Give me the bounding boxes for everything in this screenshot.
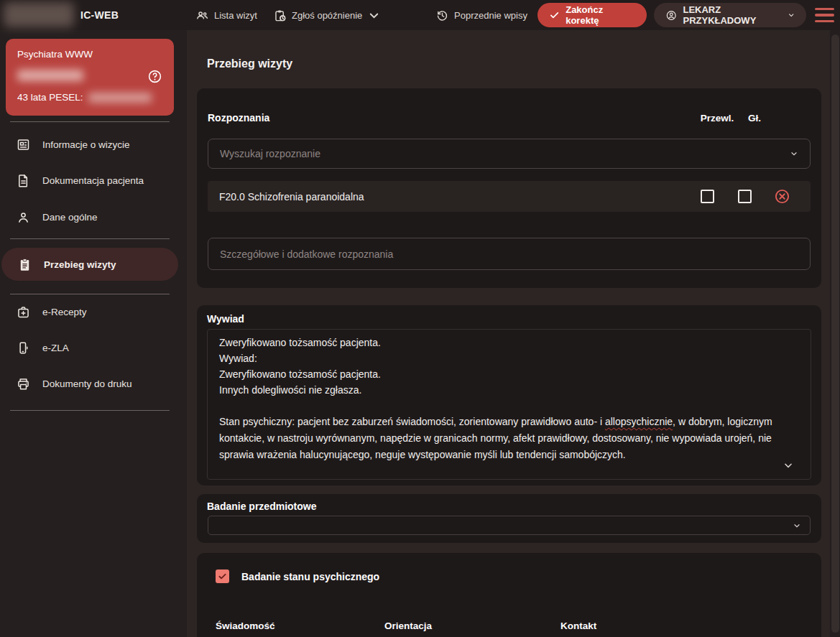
patient-name-redacted (17, 70, 83, 81)
nav-label: Poprzednie wpisy (454, 10, 527, 21)
scrollbar[interactable] (830, 30, 840, 637)
menu-icon[interactable] (815, 8, 834, 22)
nav-poprzednie-wpisy[interactable]: Poprzednie wpisy (435, 0, 527, 30)
interview-line: Zweryfikowano tożsamość pacjenta. (219, 335, 799, 350)
sidebar-item-label: Informacje o wizycie (42, 139, 130, 150)
sidebar-item-e-recepty[interactable]: e-Recepty (0, 294, 180, 330)
sidebar-item-e-zla[interactable]: e-ZLA (0, 330, 180, 366)
patient-card: Psychiatra WWW 43 lata PESEL: (6, 39, 174, 116)
sidebar-item-dokumenty-do-druku[interactable]: Dokumenty do druku (0, 366, 180, 401)
interview-textarea[interactable]: Zweryfikowano tożsamość pacjenta. Wywiad… (207, 329, 811, 480)
main-diagnosis-checkbox[interactable] (738, 190, 752, 203)
chevron-down-icon[interactable] (790, 149, 798, 158)
physical-exam-select[interactable] (208, 516, 811, 535)
diagnosis-search-input[interactable]: Wyszukaj rozpoznanie (208, 139, 811, 169)
additional-diagnoses-placeholder: Szczegółowe i dodatkowe rozpoznania (220, 248, 393, 260)
person-icon (16, 210, 31, 225)
interview-line: Zweryfikowano tożsamość pacjenta. (219, 366, 799, 382)
remove-diagnosis-icon[interactable] (774, 188, 790, 205)
sidebar: Psychiatra WWW 43 lata PESEL: Informacje… (0, 30, 187, 637)
diagnoses-card: Rozpoznania Przewl. Gł. Wyszukaj rozpozn… (197, 88, 821, 288)
physical-exam-card: Badanie przedmiotowe (197, 494, 821, 543)
people-icon (195, 9, 209, 22)
nav-label: Zgłoś opóźnienie (292, 10, 362, 21)
sidebar-item-label: Dane ogólne (42, 212, 98, 223)
nav-zglos-opoznienie[interactable]: Zgłoś opóźnienie (273, 0, 381, 30)
topbar: IC-WEB Lista wizyt Zgłoś opóźnienie Popr… (0, 0, 840, 30)
chronic-checkbox[interactable] (701, 190, 714, 203)
app-window: IC-WEB Lista wizyt Zgłoś opóźnienie Popr… (0, 0, 840, 637)
document-icon (16, 173, 31, 188)
column-header-kontakt: Kontakt (560, 620, 596, 631)
user-menu[interactable]: LEKARZ PRZYKŁADOWY (654, 3, 806, 27)
diagnoses-label: Rozpoznania (208, 112, 269, 124)
diagnosis-row: F20.0 Schizofrenia paranoidalna (208, 181, 811, 212)
mental-exam-toggle[interactable]: Badanie stanu psychicznego (216, 569, 379, 583)
physical-exam-label: Badanie przedmiotowe (207, 501, 316, 512)
column-header-main: Gł. (736, 113, 773, 124)
finish-button-label: Zakończ korektę (566, 4, 635, 26)
newspaper-icon (16, 137, 31, 152)
interview-line: Wywiad: (219, 350, 799, 366)
divider (10, 121, 170, 122)
interview-paragraph: Stan psychiczny: pacjent bez zaburzeń św… (219, 414, 799, 463)
nav-label: Lista wizyt (214, 10, 257, 21)
sidebar-item-informacje-o-wizycie[interactable]: Informacje o wizycie (0, 126, 180, 162)
interview-line: Innych dolegliwości nie zgłasza. (219, 382, 799, 398)
patient-card-title: Psychiatra WWW (17, 49, 162, 60)
expand-chevron-icon[interactable] (783, 460, 793, 470)
patient-pesel-redacted (88, 93, 152, 103)
interview-card: Wywiad Zweryfikowano tożsamość pacjenta.… (197, 305, 821, 485)
phone-icon (16, 340, 31, 355)
sidebar-item-przebieg-wizyty[interactable]: Przebieg wizyty (1, 248, 178, 281)
diagnosis-search-placeholder: Wyszukaj rozpoznanie (220, 148, 320, 159)
check-icon (218, 572, 227, 581)
interview-label: Wywiad (207, 313, 244, 325)
mental-exam-label: Badanie stanu psychicznego (241, 571, 379, 582)
sidebar-item-label: e-Recepty (42, 307, 87, 317)
sidebar-item-dokumentacja-pacjenta[interactable]: Dokumentacja pacjenta (0, 162, 180, 198)
divider (10, 410, 170, 411)
checked-checkbox[interactable] (216, 569, 229, 583)
diagnosis-name: F20.0 Schizofrenia paranoidalna (219, 191, 364, 203)
sidebar-item-dane-ogolne[interactable]: Dane ogólne (0, 199, 180, 235)
scrollbar-thumb[interactable] (831, 34, 839, 633)
clipboard-clock-icon (273, 9, 287, 22)
patient-age-pesel-label: 43 lata PESEL: (17, 92, 83, 103)
account-circle-icon (665, 9, 677, 22)
sidebar-item-label: Dokumenty do druku (42, 378, 132, 389)
user-menu-label: LEKARZ PRZYKŁADOWY (683, 4, 781, 26)
column-header-chronic: Przewl. (698, 113, 736, 124)
chevron-down-icon (788, 11, 795, 19)
divider (10, 238, 170, 239)
check-icon (549, 9, 560, 21)
nav-lista-wizyt[interactable]: Lista wizyt (195, 0, 257, 30)
finish-correction-button[interactable]: Zakończ korektę (537, 3, 647, 27)
history-icon (435, 9, 449, 22)
page-title: Przebieg wizyty (207, 57, 292, 70)
clipboard-icon (17, 257, 32, 272)
chevron-down-icon (367, 9, 381, 22)
additional-diagnoses-input[interactable]: Szczegółowe i dodatkowe rozpoznania (208, 238, 811, 270)
printer-icon (16, 376, 31, 391)
column-header-orientacja: Orientacja (384, 620, 560, 631)
app-title: IC-WEB (80, 0, 119, 30)
sidebar-item-label: Dokumentacja pacjenta (42, 175, 144, 186)
sidebar-item-label: Przebieg wizyty (44, 259, 116, 270)
help-icon[interactable] (147, 69, 162, 84)
app-logo (4, 2, 74, 27)
column-header-swiadomosc: Świadomość (216, 620, 384, 631)
sidebar-item-label: e-ZLA (42, 343, 69, 353)
medical-bag-icon (16, 304, 31, 320)
mental-exam-card: Badanie stanu psychicznego Świadomość Or… (197, 553, 821, 637)
chevron-down-icon (793, 521, 801, 530)
